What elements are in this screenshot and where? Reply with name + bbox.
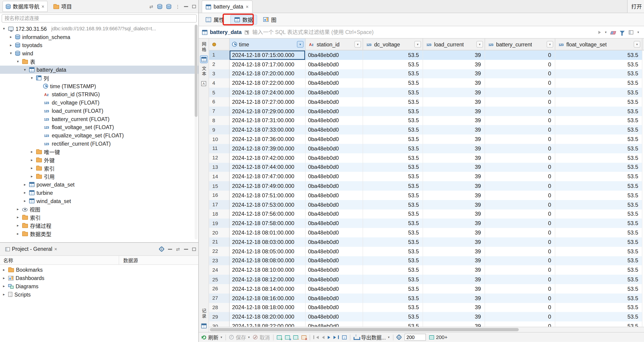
- subtab-diagram[interactable]: 图: [259, 14, 280, 24]
- row-number[interactable]: 15: [209, 181, 230, 191]
- grid-cell[interactable]: 0: [485, 237, 555, 247]
- grid-cell[interactable]: 39: [423, 228, 485, 237]
- row-number[interactable]: 8: [209, 116, 230, 125]
- grid-cell[interactable]: 53.5: [555, 237, 642, 247]
- connection-settings-icon[interactable]: [166, 4, 171, 9]
- grid-cell[interactable]: 0: [485, 284, 555, 294]
- grid-cell[interactable]: 53.5: [363, 256, 423, 266]
- grid-cell[interactable]: 0ba48eb0d0: [306, 116, 363, 125]
- grid-cell[interactable]: 0: [485, 69, 555, 79]
- grid-cell[interactable]: 0ba48eb0d0: [306, 256, 363, 266]
- grid-cell[interactable]: 0ba48eb0d0: [306, 265, 363, 275]
- row-number[interactable]: 24: [209, 265, 230, 275]
- fetch-size-input[interactable]: [404, 334, 426, 341]
- close-icon[interactable]: ×: [246, 4, 249, 10]
- expander-icon[interactable]: ▸: [8, 43, 13, 47]
- grid-cell[interactable]: 0ba48eb0d0: [306, 153, 363, 163]
- grid-cell[interactable]: 0ba48eb0d0: [306, 275, 363, 284]
- chevron-down-icon[interactable]: ▾: [605, 30, 606, 34]
- row-number[interactable]: 2: [209, 60, 230, 69]
- grid-cell[interactable]: 39: [423, 135, 485, 144]
- grid-cell[interactable]: 0: [485, 228, 555, 237]
- grid-cell[interactable]: 0: [485, 303, 555, 312]
- row-number[interactable]: 28: [209, 303, 230, 312]
- cancel-button[interactable]: 取消: [253, 333, 270, 341]
- expander-icon[interactable]: ▸: [16, 215, 20, 219]
- grid-cell[interactable]: 53.5: [555, 228, 642, 237]
- grid-cell[interactable]: 53.5: [363, 191, 423, 200]
- row-number[interactable]: 9: [209, 125, 230, 135]
- grid-cell[interactable]: 53.5: [555, 312, 642, 322]
- edit-row-icon[interactable]: [302, 335, 306, 339]
- grid-cell[interactable]: 2024-12-18 07:33:00.000: [230, 125, 306, 135]
- column-header-float_voltage_set[interactable]: float_voltage_set▾: [555, 39, 642, 50]
- grid-cell[interactable]: 39: [423, 256, 485, 266]
- grid-cell[interactable]: 53.5: [555, 50, 642, 60]
- duplicate-row-icon[interactable]: [285, 335, 290, 339]
- expander-icon[interactable]: ▸: [30, 150, 34, 154]
- tree-item[interactable]: float_voltage_set (FLOAT): [0, 123, 198, 131]
- tree-item[interactable]: ▸外键: [0, 156, 198, 164]
- grid-cell[interactable]: 0ba48eb0d0: [306, 88, 363, 97]
- grid-cell[interactable]: 0ba48eb0d0: [306, 163, 363, 172]
- editor-tab-battery-data[interactable]: battery_data ×: [202, 0, 253, 13]
- grid-cell[interactable]: 0: [485, 209, 555, 219]
- delete-row-icon[interactable]: [293, 335, 298, 339]
- grid-cell[interactable]: 39: [423, 116, 485, 125]
- grid-cell[interactable]: 2024-12-18 07:24:00.000: [230, 88, 306, 97]
- grid-cell[interactable]: 53.5: [555, 294, 642, 303]
- grid-cell[interactable]: 0: [485, 97, 555, 107]
- grid-cell[interactable]: 53.5: [363, 135, 423, 144]
- column-header-datasource[interactable]: 数据源: [119, 257, 138, 263]
- grid-cell[interactable]: 2024-12-18 07:49:00.000: [230, 181, 306, 191]
- chevron-down-icon[interactable]: ▾: [388, 335, 390, 339]
- last-page-button[interactable]: [334, 335, 339, 339]
- grid-cell[interactable]: 53.5: [363, 294, 423, 303]
- tree-item[interactable]: ▾172.30.31.56jdbc:iotdb://192.168.99.19:…: [0, 24, 198, 33]
- grid-cell[interactable]: 0ba48eb0d0: [306, 247, 363, 256]
- expander-icon[interactable]: ▾: [16, 59, 20, 64]
- grid-mode-button[interactable]: [200, 55, 208, 63]
- grid-cell[interactable]: 53.5: [555, 79, 642, 88]
- column-header-station_id[interactable]: station_id▾: [306, 39, 363, 50]
- grid-cell[interactable]: 39: [423, 312, 485, 322]
- grid-cell[interactable]: 0ba48eb0d0: [306, 97, 363, 107]
- maximize-icon[interactable]: [192, 247, 196, 251]
- tree-item[interactable]: ▸information_schema: [0, 33, 198, 41]
- grid-cell[interactable]: 53.5: [555, 209, 642, 219]
- grid-cell[interactable]: 2024-12-18 07:58:00.000: [230, 219, 306, 228]
- grid-cell[interactable]: 0: [485, 116, 555, 125]
- open-button[interactable]: 打开: [627, 0, 644, 13]
- grid-cell[interactable]: 0ba48eb0d0: [306, 209, 363, 219]
- grid-cell[interactable]: 39: [423, 247, 485, 256]
- expander-icon[interactable]: ▸: [22, 199, 27, 203]
- grid-cell[interactable]: 39: [423, 125, 485, 135]
- grid-cell[interactable]: 53.5: [555, 69, 642, 79]
- tree-item[interactable]: ▸存储过程: [0, 221, 198, 230]
- scrollbar-thumb[interactable]: [195, 24, 198, 117]
- grid-cell[interactable]: 0: [485, 247, 555, 256]
- eraser-icon[interactable]: [610, 31, 616, 34]
- grid-cell[interactable]: 0: [485, 60, 555, 69]
- tree-item[interactable]: ▾列: [0, 74, 198, 82]
- expander-icon[interactable]: ▸: [22, 182, 27, 186]
- navigator-scrollbar[interactable]: [195, 24, 198, 239]
- grid-cell[interactable]: 53.5: [555, 256, 642, 266]
- project-item[interactable]: ▸Diagrams: [0, 282, 198, 290]
- row-number[interactable]: 3: [209, 69, 230, 79]
- grid-cell[interactable]: 0: [485, 191, 555, 200]
- row-number[interactable]: 27: [209, 294, 230, 303]
- grid-cell[interactable]: 2024-12-18 07:22:00.000: [230, 79, 306, 88]
- expander-icon[interactable]: ▸: [2, 292, 6, 297]
- grid-cell[interactable]: 53.5: [555, 88, 642, 97]
- column-header-time[interactable]: time▾: [230, 39, 306, 50]
- expander-icon[interactable]: ▸: [16, 232, 20, 236]
- filter-icon[interactable]: [620, 31, 625, 33]
- column-filter-button[interactable]: ▾: [476, 41, 483, 48]
- column-header-name[interactable]: 名称: [0, 256, 119, 264]
- subtab-properties[interactable]: 属性: [202, 14, 228, 24]
- grid-cell[interactable]: 53.5: [555, 247, 642, 256]
- grid-cell[interactable]: 39: [423, 88, 485, 97]
- grid-cell[interactable]: 0ba48eb0d0: [306, 284, 363, 294]
- collapse-all-icon[interactable]: [168, 249, 172, 250]
